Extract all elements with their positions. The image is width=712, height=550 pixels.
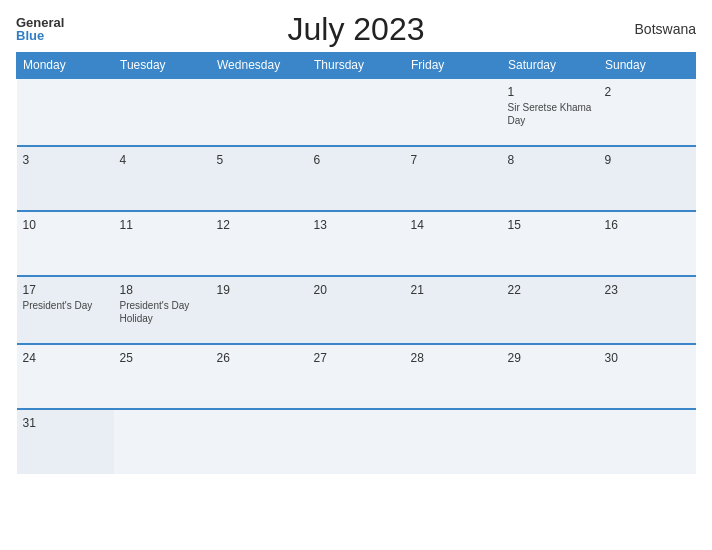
day-number: 1 (508, 85, 593, 99)
day-number: 11 (120, 218, 205, 232)
holiday-label: President's Day Holiday (120, 299, 205, 325)
day-number: 13 (314, 218, 399, 232)
calendar-day-cell: 4 (114, 146, 211, 211)
calendar-day-cell: 2 (599, 78, 696, 146)
day-number: 4 (120, 153, 205, 167)
logo: General Blue (16, 16, 64, 42)
day-number: 19 (217, 283, 302, 297)
day-number: 6 (314, 153, 399, 167)
calendar-day-cell: 5 (211, 146, 308, 211)
calendar-day-cell: 18President's Day Holiday (114, 276, 211, 344)
day-number: 17 (23, 283, 108, 297)
calendar-day-cell: 25 (114, 344, 211, 409)
calendar-day-cell: 16 (599, 211, 696, 276)
calendar-day-cell (308, 78, 405, 146)
country-name: Botswana (635, 21, 696, 37)
calendar-day-cell: 28 (405, 344, 502, 409)
calendar-week-row: 31 (17, 409, 696, 474)
day-number: 18 (120, 283, 205, 297)
day-number: 10 (23, 218, 108, 232)
calendar-day-cell: 20 (308, 276, 405, 344)
calendar-day-cell: 21 (405, 276, 502, 344)
day-number: 20 (314, 283, 399, 297)
calendar-week-row: 10111213141516 (17, 211, 696, 276)
calendar-week-row: 17President's Day18President's Day Holid… (17, 276, 696, 344)
day-number: 9 (605, 153, 690, 167)
calendar-day-cell: 15 (502, 211, 599, 276)
calendar-day-cell: 23 (599, 276, 696, 344)
day-number: 26 (217, 351, 302, 365)
calendar-day-cell: 27 (308, 344, 405, 409)
day-number: 27 (314, 351, 399, 365)
calendar-day-cell: 9 (599, 146, 696, 211)
weekday-row: MondayTuesdayWednesdayThursdayFridaySatu… (17, 53, 696, 79)
calendar-table: MondayTuesdayWednesdayThursdayFridaySatu… (16, 52, 696, 474)
day-number: 2 (605, 85, 690, 99)
calendar-day-cell: 7 (405, 146, 502, 211)
calendar-header: General Blue July 2023 Botswana (16, 16, 696, 42)
calendar-week-row: 24252627282930 (17, 344, 696, 409)
weekday-header: Thursday (308, 53, 405, 79)
calendar-day-cell: 3 (17, 146, 114, 211)
day-number: 23 (605, 283, 690, 297)
calendar-week-row: 3456789 (17, 146, 696, 211)
calendar-day-cell: 22 (502, 276, 599, 344)
weekday-header: Tuesday (114, 53, 211, 79)
calendar-day-cell: 6 (308, 146, 405, 211)
day-number: 16 (605, 218, 690, 232)
day-number: 5 (217, 153, 302, 167)
calendar-day-cell: 11 (114, 211, 211, 276)
calendar-day-cell: 31 (17, 409, 114, 474)
calendar-day-cell: 8 (502, 146, 599, 211)
weekday-header: Saturday (502, 53, 599, 79)
weekday-header: Monday (17, 53, 114, 79)
weekday-header: Sunday (599, 53, 696, 79)
weekday-header: Wednesday (211, 53, 308, 79)
holiday-label: Sir Seretse Khama Day (508, 101, 593, 127)
day-number: 22 (508, 283, 593, 297)
day-number: 28 (411, 351, 496, 365)
calendar-day-cell: 12 (211, 211, 308, 276)
calendar-day-cell: 10 (17, 211, 114, 276)
day-number: 15 (508, 218, 593, 232)
calendar-day-cell (114, 409, 211, 474)
day-number: 24 (23, 351, 108, 365)
calendar-day-cell (599, 409, 696, 474)
calendar-day-cell: 30 (599, 344, 696, 409)
day-number: 30 (605, 351, 690, 365)
day-number: 12 (217, 218, 302, 232)
calendar-day-cell (405, 78, 502, 146)
calendar-title: July 2023 (288, 11, 425, 48)
day-number: 14 (411, 218, 496, 232)
day-number: 7 (411, 153, 496, 167)
holiday-label: President's Day (23, 299, 108, 312)
day-number: 21 (411, 283, 496, 297)
day-number: 3 (23, 153, 108, 167)
calendar-day-cell: 13 (308, 211, 405, 276)
calendar-header-row: MondayTuesdayWednesdayThursdayFridaySatu… (17, 53, 696, 79)
calendar-day-cell: 24 (17, 344, 114, 409)
day-number: 29 (508, 351, 593, 365)
calendar-body: 1Sir Seretse Khama Day234567891011121314… (17, 78, 696, 474)
calendar-day-cell: 17President's Day (17, 276, 114, 344)
calendar-day-cell: 29 (502, 344, 599, 409)
calendar-day-cell (17, 78, 114, 146)
calendar-day-cell (211, 78, 308, 146)
calendar-day-cell: 26 (211, 344, 308, 409)
calendar-day-cell (502, 409, 599, 474)
calendar-day-cell: 14 (405, 211, 502, 276)
calendar-day-cell (308, 409, 405, 474)
calendar-day-cell: 1Sir Seretse Khama Day (502, 78, 599, 146)
day-number: 31 (23, 416, 108, 430)
calendar-day-cell (114, 78, 211, 146)
calendar-day-cell: 19 (211, 276, 308, 344)
calendar-week-row: 1Sir Seretse Khama Day2 (17, 78, 696, 146)
calendar-day-cell (405, 409, 502, 474)
logo-blue-text: Blue (16, 29, 44, 42)
calendar-day-cell (211, 409, 308, 474)
day-number: 8 (508, 153, 593, 167)
day-number: 25 (120, 351, 205, 365)
weekday-header: Friday (405, 53, 502, 79)
